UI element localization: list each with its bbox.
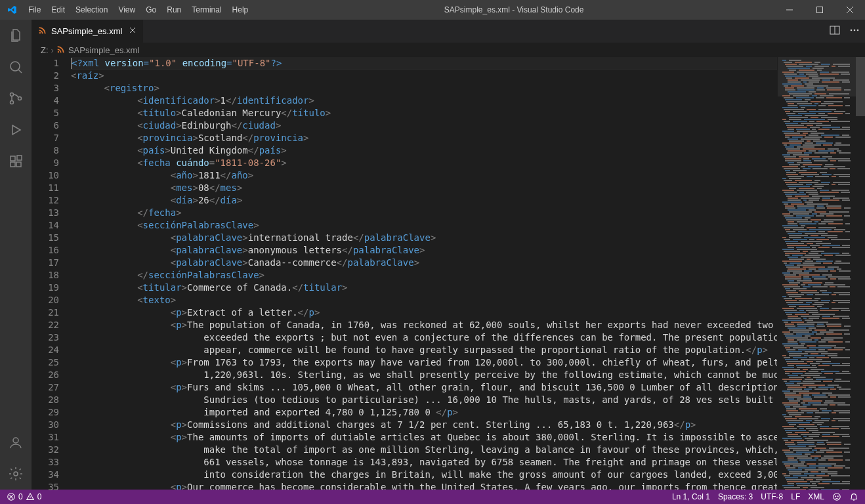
- tab-sapsimple[interactable]: SAPsimple_es.xml: [32, 20, 144, 43]
- breadcrumb-drive[interactable]: Z:: [41, 45, 49, 55]
- menu-go[interactable]: Go: [140, 0, 161, 20]
- status-bell-icon[interactable]: [849, 492, 858, 501]
- status-cursor[interactable]: Ln 1, Col 1: [672, 492, 710, 501]
- status-language[interactable]: XML: [808, 492, 824, 501]
- svg-rect-0: [817, 7, 823, 13]
- status-encoding[interactable]: UTF-8: [761, 492, 783, 501]
- svg-rect-6: [11, 162, 15, 167]
- svg-point-15: [857, 30, 859, 32]
- window-title: SAPsimple_es.xml - Visual Studio Code: [253, 5, 774, 14]
- error-count: 0: [18, 492, 23, 501]
- settings-gear-icon[interactable]: [0, 458, 32, 490]
- svg-point-13: [851, 30, 853, 32]
- status-eol[interactable]: LF: [791, 492, 800, 501]
- line-number-gutter[interactable]: 1234567891011121314151617181920212223242…: [32, 57, 71, 490]
- rss-file-icon: [56, 45, 66, 56]
- menu-help[interactable]: Help: [227, 0, 254, 20]
- svg-point-3: [11, 101, 14, 104]
- search-icon[interactable]: [0, 51, 32, 83]
- title-bar: File Edit Selection View Go Run Terminal…: [0, 0, 865, 20]
- svg-rect-8: [17, 156, 22, 160]
- svg-point-2: [11, 93, 14, 96]
- minimap[interactable]: [777, 57, 856, 490]
- explorer-icon[interactable]: [0, 20, 32, 51]
- vscode-logo-icon: [0, 5, 23, 15]
- vertical-scrollbar[interactable]: [856, 57, 865, 490]
- code-content[interactable]: <?xml version="1.0" encoding="UTF-8"?><r…: [71, 57, 777, 490]
- menu-edit[interactable]: Edit: [46, 0, 70, 20]
- tabs-row: SAPsimple_es.xml: [32, 20, 865, 43]
- svg-point-9: [13, 438, 18, 443]
- svg-point-20: [837, 496, 838, 497]
- split-editor-icon[interactable]: [830, 25, 840, 37]
- menu-bar: File Edit Selection View Go Run Terminal…: [23, 0, 253, 20]
- run-debug-icon[interactable]: [0, 114, 32, 146]
- svg-point-1: [11, 62, 20, 71]
- breadcrumb-file[interactable]: SAPsimple_es.xml: [68, 45, 139, 55]
- status-spaces[interactable]: Spaces: 3: [718, 492, 753, 501]
- chevron-right-icon: ›: [51, 45, 54, 55]
- window-controls: [774, 0, 865, 20]
- more-actions-icon[interactable]: [849, 25, 860, 37]
- close-button[interactable]: [835, 0, 865, 20]
- svg-point-16: [58, 51, 59, 52]
- activity-bar: [0, 20, 32, 490]
- status-bar: 0 0 Ln 1, Col 1 Spaces: 3 UTF-8 LF XML: [0, 490, 865, 504]
- tab-label: SAPsimple_es.xml: [51, 26, 122, 36]
- status-feedback-icon[interactable]: [832, 492, 841, 501]
- warning-count: 0: [37, 492, 42, 501]
- svg-point-14: [854, 30, 856, 32]
- accounts-icon[interactable]: [0, 427, 32, 458]
- menu-view[interactable]: View: [113, 0, 140, 20]
- rss-file-icon: [38, 26, 47, 37]
- status-problems[interactable]: 0 0: [7, 492, 41, 501]
- extensions-icon[interactable]: [0, 146, 32, 177]
- svg-point-18: [833, 494, 841, 501]
- svg-point-11: [39, 32, 41, 33]
- svg-point-10: [14, 472, 18, 476]
- svg-point-4: [18, 97, 22, 100]
- editor-body[interactable]: 1234567891011121314151617181920212223242…: [32, 57, 865, 490]
- svg-point-19: [835, 496, 836, 497]
- source-control-icon[interactable]: [0, 83, 32, 114]
- breadcrumbs[interactable]: Z: › SAPsimple_es.xml: [32, 43, 865, 57]
- scrollbar-thumb[interactable]: [856, 57, 865, 116]
- menu-terminal[interactable]: Terminal: [186, 0, 226, 20]
- tab-close-icon[interactable]: [129, 26, 137, 36]
- menu-selection[interactable]: Selection: [70, 0, 113, 20]
- minimize-button[interactable]: [774, 0, 805, 20]
- menu-run[interactable]: Run: [161, 0, 186, 20]
- maximize-button[interactable]: [805, 0, 835, 20]
- menu-file[interactable]: File: [23, 0, 46, 20]
- svg-rect-5: [11, 156, 15, 161]
- svg-rect-7: [16, 162, 21, 167]
